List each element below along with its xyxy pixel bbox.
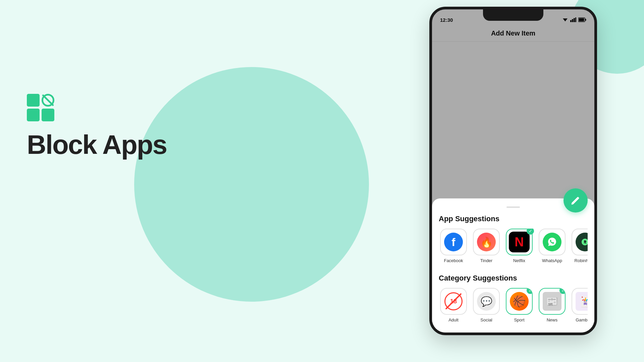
adult-icon-wrap[interactable]: 18 bbox=[440, 288, 467, 315]
social-icon-wrap[interactable]: 💬 bbox=[473, 288, 500, 315]
gambling-icon-wrap[interactable]: 🃏 bbox=[572, 288, 588, 315]
logo-grid bbox=[27, 94, 54, 121]
netflix-label: Netflix bbox=[513, 258, 525, 263]
phone-frame: 12:30 bbox=[429, 7, 597, 335]
robinhood-icon-wrap[interactable] bbox=[572, 229, 588, 255]
facebook-icon-wrap[interactable]: f bbox=[440, 229, 467, 255]
app-item-netflix[interactable]: N ✓ Netflix bbox=[504, 229, 534, 263]
cat-item-gambling[interactable]: 🃏 Gambling bbox=[570, 288, 588, 322]
phone-container: 12:30 bbox=[429, 7, 604, 355]
cat-item-news[interactable]: 📰 ✓ News bbox=[537, 288, 567, 322]
robinhood-label: Robinhood bbox=[575, 258, 588, 263]
logo-sq-top-left bbox=[27, 94, 40, 107]
whatsapp-icon bbox=[543, 233, 561, 251]
logo-block-icon bbox=[42, 94, 54, 107]
facebook-label: Facebook bbox=[444, 258, 463, 263]
app-suggestions-title: App Suggestions bbox=[439, 215, 588, 223]
fab-edit-button[interactable] bbox=[564, 188, 588, 213]
phone-notch bbox=[483, 9, 543, 21]
facebook-icon: f bbox=[444, 233, 463, 251]
logo-sq-bottom-left bbox=[27, 109, 40, 121]
news-icon-wrap[interactable]: 📰 ✓ bbox=[539, 288, 566, 315]
tinder-icon-wrap[interactable]: 🔥 bbox=[473, 229, 500, 255]
sport-icon-wrap[interactable]: 🏀 ✓ bbox=[506, 288, 533, 315]
news-label: News bbox=[547, 317, 558, 322]
adult-label: Adult bbox=[448, 317, 459, 322]
sport-check-badge: ✓ bbox=[527, 288, 533, 294]
netflix-icon: N bbox=[509, 232, 530, 252]
app-title: Block Apps bbox=[27, 131, 167, 158]
gambling-icon: 🃏 bbox=[576, 292, 588, 311]
app-item-tinder[interactable]: 🔥 Tinder bbox=[472, 229, 501, 263]
logo-icon bbox=[27, 94, 167, 121]
social-label: Social bbox=[480, 317, 492, 322]
modal-handle bbox=[506, 206, 520, 208]
modal-sheet: App Suggestions f Facebook 🔥 Tinder bbox=[432, 198, 594, 333]
cat-item-social[interactable]: 💬 Social bbox=[472, 288, 501, 322]
apps-scroll: f Facebook 🔥 Tinder N ✓ bbox=[439, 229, 588, 266]
logo-sq-bottom-right bbox=[42, 109, 54, 121]
background-blob bbox=[134, 67, 369, 302]
social-icon: 💬 bbox=[477, 292, 496, 311]
app-item-whatsapp[interactable]: WhatsApp bbox=[537, 229, 567, 263]
app-item-robinhood[interactable]: Robinhood bbox=[570, 229, 588, 263]
gambling-label: Gambling bbox=[576, 317, 588, 322]
netflix-check-badge: ✓ bbox=[527, 229, 534, 235]
cat-item-adult[interactable]: 18 Adult bbox=[439, 288, 468, 322]
tinder-label: Tinder bbox=[480, 258, 492, 263]
app-item-facebook[interactable]: f Facebook bbox=[439, 229, 468, 263]
tinder-icon: 🔥 bbox=[477, 233, 496, 251]
sport-icon: 🏀 bbox=[510, 292, 529, 311]
categories-scroll: 18 Adult 💬 Social bbox=[439, 288, 588, 322]
cat-item-sport[interactable]: 🏀 ✓ Sport bbox=[504, 288, 534, 322]
category-suggestions-title: Category Suggestions bbox=[439, 274, 588, 283]
netflix-icon-wrap[interactable]: N ✓ bbox=[506, 229, 533, 255]
whatsapp-icon-wrap[interactable] bbox=[539, 229, 566, 255]
sport-label: Sport bbox=[514, 317, 524, 322]
news-icon: 📰 bbox=[543, 292, 561, 311]
whatsapp-label: WhatsApp bbox=[542, 258, 562, 263]
robinhood-icon bbox=[576, 233, 588, 251]
branding-section: Block Apps bbox=[27, 94, 167, 158]
